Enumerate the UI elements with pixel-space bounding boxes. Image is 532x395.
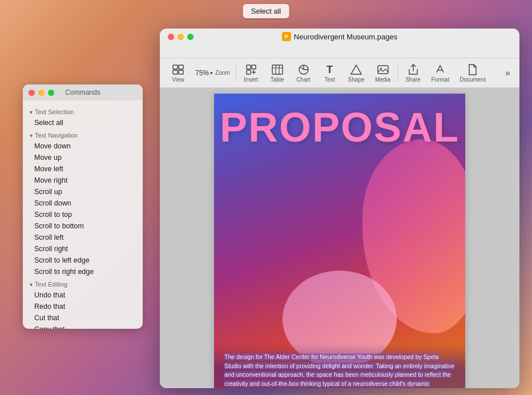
commands-panel: Commands Text Selection Select all Text … xyxy=(23,84,143,329)
svg-rect-6 xyxy=(247,70,251,74)
commands-titlebar: Commands xyxy=(23,84,143,100)
commands-title: Commands xyxy=(65,88,100,96)
toolbar-document[interactable]: Document xyxy=(455,61,490,85)
page-body-text-area: The design for The Alder Center for Neur… xyxy=(214,344,465,388)
pages-maximize-button[interactable] xyxy=(187,34,194,40)
svg-marker-14 xyxy=(351,65,361,74)
command-move-right[interactable]: Move right xyxy=(25,175,140,186)
command-scroll-to-left-edge[interactable]: Scroll to left edge xyxy=(25,255,140,266)
command-scroll-right[interactable]: Scroll right xyxy=(25,243,140,255)
svg-rect-9 xyxy=(272,65,283,74)
command-scroll-left[interactable]: Scroll left xyxy=(25,232,140,243)
minimize-button[interactable] xyxy=(38,90,45,96)
pages-window: P Neurodivergent Museum.pages View 75% ▾… xyxy=(160,29,519,388)
document-icon xyxy=(468,63,477,76)
group-header-text-navigation[interactable]: Text Navigation xyxy=(23,128,143,140)
share-label: Share xyxy=(405,76,421,83)
command-copy-that[interactable]: Copy that xyxy=(25,324,140,329)
table-icon xyxy=(272,63,283,76)
pages-titlebar-top: P Neurodivergent Museum.pages xyxy=(160,29,519,45)
close-button[interactable] xyxy=(29,90,35,96)
pages-window-title: P Neurodivergent Museum.pages xyxy=(282,32,397,41)
insert-label: Insert xyxy=(244,76,258,83)
document-label: Document xyxy=(460,76,486,83)
pages-app-icon: P xyxy=(282,32,291,41)
share-icon xyxy=(408,63,418,76)
svg-rect-5 xyxy=(252,65,256,69)
toolbar-zoom[interactable]: 75% ▾ Zoom xyxy=(192,67,233,79)
media-label: Media xyxy=(375,76,390,83)
text-icon: T xyxy=(327,63,333,76)
toolbar-share[interactable]: Share xyxy=(401,61,426,85)
zoom-chevron-icon: ▾ xyxy=(210,70,213,76)
toolbar-media[interactable]: Media xyxy=(370,61,396,85)
table-label: Table xyxy=(271,76,284,83)
toolbar-more-button[interactable]: » xyxy=(502,66,514,80)
svg-rect-2 xyxy=(173,70,178,74)
command-scroll-up[interactable]: Scroll up xyxy=(25,186,140,198)
commands-body: Text Selection Select all Text Navigatio… xyxy=(23,100,143,329)
command-move-up[interactable]: Move up xyxy=(25,152,140,163)
format-label: Format xyxy=(432,76,450,83)
chart-icon xyxy=(298,63,309,76)
command-scroll-to-right-edge[interactable]: Scroll to right edge xyxy=(25,266,140,277)
toolbar-divider-1 xyxy=(236,65,236,82)
insert-icon xyxy=(245,63,257,76)
pages-traffic-lights xyxy=(168,34,194,40)
command-scroll-to-bottom[interactable]: Scroll to bottom xyxy=(25,220,140,232)
pages-document-area: PROPOSAL The design for The Alder Center… xyxy=(160,88,519,388)
command-cut-that[interactable]: Cut that xyxy=(25,312,140,324)
svg-rect-0 xyxy=(173,65,178,69)
toolbar-insert[interactable]: Insert xyxy=(239,61,264,85)
view-icon xyxy=(172,63,184,76)
pages-toolbar: View 75% ▾ Zoom Insert xyxy=(160,58,519,88)
toolbar-text[interactable]: T Text xyxy=(317,61,342,85)
toolbar-table[interactable]: Table xyxy=(265,61,290,85)
svg-point-16 xyxy=(380,67,382,69)
group-header-text-editing[interactable]: Text Editing xyxy=(23,277,143,289)
svg-rect-4 xyxy=(247,65,251,69)
toolbar-format[interactable]: Format xyxy=(427,61,454,85)
maximize-button[interactable] xyxy=(48,90,54,96)
view-label: View xyxy=(172,76,184,83)
zoom-label: Zoom xyxy=(215,70,230,76)
page-canvas: PROPOSAL The design for The Alder Center… xyxy=(214,94,465,388)
select-all-button[interactable]: Select all xyxy=(243,4,289,18)
command-move-down[interactable]: Move down xyxy=(25,140,140,152)
toolbar-shape[interactable]: Shape xyxy=(344,61,369,85)
zoom-value: 75% xyxy=(195,69,209,77)
toolbar-chart[interactable]: Chart xyxy=(291,61,316,85)
command-undo-that[interactable]: Undo that xyxy=(25,289,140,301)
text-label: Text xyxy=(324,76,334,83)
shape-icon xyxy=(350,63,362,76)
pages-titlebar: P Neurodivergent Museum.pages xyxy=(160,29,519,58)
command-scroll-down[interactable]: Scroll down xyxy=(25,198,140,209)
group-header-text-selection[interactable]: Text Selection xyxy=(23,105,143,117)
format-icon xyxy=(434,63,446,76)
svg-rect-3 xyxy=(179,70,183,74)
svg-rect-15 xyxy=(378,66,388,74)
command-select-all[interactable]: Select all xyxy=(25,117,140,128)
pages-close-button[interactable] xyxy=(168,34,174,40)
chart-label: Chart xyxy=(296,76,310,83)
page-proposal-title: PROPOSAL xyxy=(214,104,465,151)
toolbar-view[interactable]: View xyxy=(166,61,191,85)
svg-rect-1 xyxy=(179,65,183,69)
command-scroll-to-top[interactable]: Scroll to top xyxy=(25,209,140,220)
pages-minimize-button[interactable] xyxy=(178,34,184,40)
toolbar-divider-2 xyxy=(398,65,398,82)
shape-label: Shape xyxy=(348,76,365,83)
pages-document-title: Neurodivergent Museum.pages xyxy=(294,33,397,41)
command-redo-that[interactable]: Redo that xyxy=(25,301,140,312)
command-move-left[interactable]: Move left xyxy=(25,163,140,175)
highlighted-text: The design for The Alder Center for Neur… xyxy=(224,353,454,388)
media-icon xyxy=(377,63,389,76)
